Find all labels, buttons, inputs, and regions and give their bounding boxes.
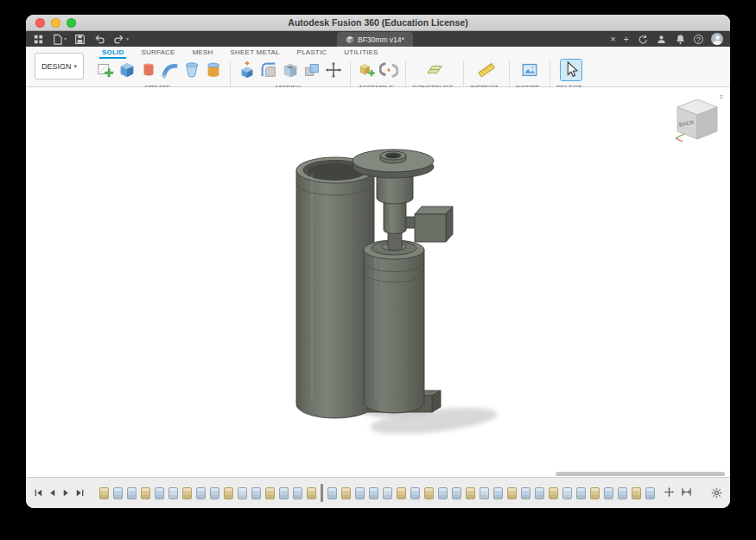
timeline-feature[interactable]	[251, 487, 261, 499]
skip-to-start-button[interactable]	[33, 487, 44, 499]
select-button[interactable]	[561, 60, 581, 80]
design-canvas[interactable]: BACK Z	[26, 87, 730, 477]
window-title: Autodesk Fusion 360 (Education License)	[288, 17, 467, 28]
timeline-feature[interactable]	[238, 487, 247, 499]
timeline-settings-gear-icon[interactable]	[711, 487, 722, 499]
timeline-feature[interactable]	[410, 487, 420, 499]
timeline-feature[interactable]	[341, 487, 351, 499]
shell-button[interactable]	[280, 60, 301, 80]
ribbon-tab[interactable]: MESH	[184, 47, 222, 59]
viewcube[interactable]: BACK Z	[670, 90, 726, 145]
timeline-feature[interactable]	[645, 487, 655, 499]
joint-button[interactable]	[378, 60, 399, 80]
loft-button[interactable]	[181, 60, 202, 80]
timeline-feature[interactable]	[438, 487, 448, 499]
document-tab[interactable]: BF30mm v14*	[337, 32, 413, 47]
help-icon[interactable]: ?	[694, 35, 703, 44]
timeline-feature[interactable]	[480, 487, 489, 499]
insert-canvas-button[interactable]	[519, 60, 540, 80]
timeline-playback-controls	[33, 487, 86, 499]
job-status-icon[interactable]	[656, 34, 667, 45]
timeline-feature[interactable]	[155, 487, 164, 499]
timeline-feature[interactable]	[590, 487, 600, 499]
timeline-feature[interactable]	[521, 487, 530, 499]
timeline-feature[interactable]	[293, 487, 302, 499]
workspace-selector[interactable]: DESIGN ▾	[35, 53, 84, 79]
timeline-feature[interactable]	[424, 487, 434, 499]
timeline-feature[interactable]	[355, 487, 365, 499]
model-3d[interactable]	[26, 87, 730, 477]
timeline-feature[interactable]	[265, 487, 275, 499]
ribbon-tab[interactable]: SOLID	[93, 47, 132, 59]
timeline-feature[interactable]	[279, 487, 289, 499]
sync-icon[interactable]	[637, 34, 648, 45]
measure-button[interactable]	[476, 60, 497, 80]
create-sketch-button[interactable]	[95, 60, 116, 80]
timeline-feature[interactable]	[321, 484, 323, 502]
fillet-button[interactable]	[258, 60, 279, 80]
ribbon-tab[interactable]: SURFACE	[132, 47, 183, 59]
sweep-button[interactable]	[160, 60, 181, 80]
step-back-button[interactable]	[47, 487, 58, 499]
timeline-feature[interactable]	[327, 487, 337, 499]
combine-button[interactable]	[302, 60, 322, 80]
timeline-feature[interactable]	[307, 487, 316, 499]
timeline-feature[interactable]	[466, 487, 475, 499]
new-component-button[interactable]	[357, 60, 378, 80]
construct-plane-button[interactable]	[424, 60, 445, 80]
fusion360-window: Autodesk Fusion 360 (Education License) …	[26, 15, 730, 508]
file-menu-caret-icon: ▾	[64, 36, 67, 41]
ribbon-tab[interactable]: SHEET METAL	[222, 47, 289, 59]
press-pull-button[interactable]	[237, 60, 257, 80]
timeline-feature[interactable]	[224, 487, 233, 499]
model-small-cylinder	[364, 240, 424, 413]
close-window-button[interactable]	[35, 18, 45, 28]
timeline-feature[interactable]	[182, 487, 192, 499]
timeline-pan-icon[interactable]	[664, 486, 675, 501]
ribbon-tab[interactable]: PLASTIC	[289, 47, 336, 59]
timeline-fit-icon[interactable]	[681, 486, 692, 501]
apps-grid-icon[interactable]	[33, 34, 44, 45]
move-copy-button[interactable]	[323, 60, 344, 80]
zoom-window-button[interactable]	[67, 18, 76, 28]
new-component-icon	[358, 60, 377, 79]
save-icon[interactable]	[74, 34, 86, 45]
horizontal-scrollbar-thumb[interactable]	[556, 472, 725, 476]
fillet-icon	[259, 60, 278, 79]
timeline-feature[interactable]	[632, 487, 641, 499]
timeline-feature[interactable]	[562, 487, 572, 499]
timeline-feature[interactable]	[493, 487, 503, 499]
ribbon-tab[interactable]: UTILITIES	[335, 47, 386, 59]
minimize-window-button[interactable]	[51, 18, 60, 28]
timeline-feature[interactable]	[576, 487, 586, 499]
timeline-feature[interactable]	[369, 487, 378, 499]
document-cube-icon	[346, 35, 354, 44]
notifications-icon[interactable]	[675, 34, 686, 45]
timeline-feature[interactable]	[113, 487, 123, 499]
undo-icon[interactable]	[93, 34, 105, 45]
timeline-feature[interactable]	[210, 487, 219, 499]
extrude-button[interactable]	[117, 60, 137, 80]
revolve-button[interactable]	[138, 60, 159, 80]
timeline-feature[interactable]	[507, 487, 517, 499]
timeline-feature[interactable]	[196, 487, 206, 499]
user-avatar[interactable]	[711, 33, 723, 45]
new-tab-icon[interactable]: +	[624, 35, 629, 44]
timeline-feature[interactable]	[604, 487, 613, 499]
timeline-feature[interactable]	[397, 487, 406, 499]
redo-icon[interactable]: ▾	[113, 34, 129, 45]
step-forward-button[interactable]	[60, 487, 72, 499]
timeline-feature[interactable]	[618, 487, 627, 499]
timeline-feature[interactable]	[549, 487, 558, 499]
timeline-feature[interactable]	[141, 487, 150, 499]
cylinder-primitive-button[interactable]	[203, 60, 224, 80]
timeline-feature[interactable]	[168, 487, 178, 499]
timeline-feature[interactable]	[383, 487, 392, 499]
close-tab-icon[interactable]: ×	[610, 35, 615, 44]
timeline-feature[interactable]	[99, 487, 109, 499]
timeline-feature[interactable]	[535, 487, 544, 499]
file-menu-icon[interactable]: ▾	[52, 34, 67, 45]
timeline-feature[interactable]	[452, 487, 461, 499]
skip-to-end-button[interactable]	[74, 487, 86, 499]
timeline-feature[interactable]	[127, 487, 137, 499]
